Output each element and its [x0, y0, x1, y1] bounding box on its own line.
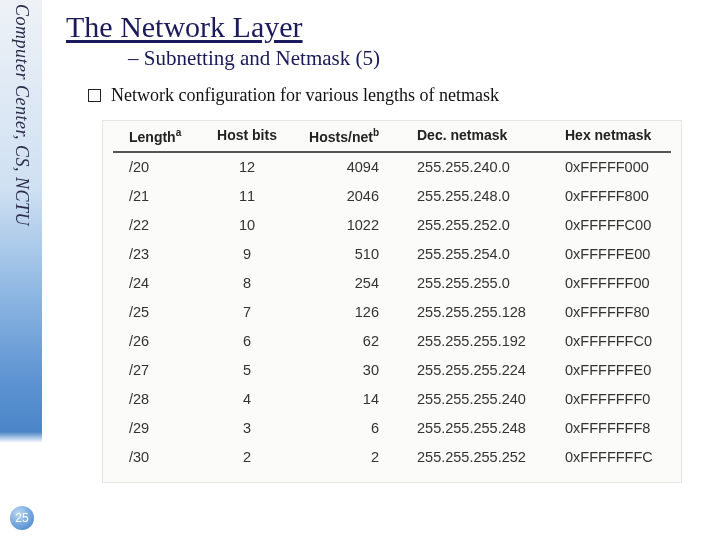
- cell-hosts-per-net: 2: [303, 449, 413, 465]
- cell-dec-netmask: 255.255.240.0: [413, 159, 563, 175]
- cell-hex-netmask: 0xFFFFFFC0: [563, 333, 693, 349]
- table-row: /239510255.255.254.00xFFFFFE00: [113, 240, 671, 269]
- table-row: /20124094255.255.240.00xFFFFF000: [113, 153, 671, 182]
- cell-hosts-per-net: 6: [303, 420, 413, 436]
- table-row: /2936255.255.255.2480xFFFFFFF8: [113, 414, 671, 443]
- cell-host-bits: 12: [209, 159, 303, 175]
- cell-dec-netmask: 255.255.254.0: [413, 246, 563, 262]
- table-header-row: Lengtha Host bits Hosts/netb Dec. netmas…: [113, 127, 671, 153]
- cell-dec-netmask: 255.255.255.192: [413, 333, 563, 349]
- cell-hex-netmask: 0xFFFFFFF0: [563, 391, 693, 407]
- col-header-length: Lengtha: [113, 127, 209, 145]
- cell-host-bits: 5: [209, 362, 303, 378]
- table-row: /257126255.255.255.1280xFFFFFF80: [113, 298, 671, 327]
- org-text: Computer Center, CS, NCTU: [11, 4, 32, 226]
- cell-hex-netmask: 0xFFFFF800: [563, 188, 693, 204]
- cell-length: /27: [113, 362, 209, 378]
- cell-hosts-per-net: 14: [303, 391, 413, 407]
- cell-dec-netmask: 255.255.255.224: [413, 362, 563, 378]
- netmask-table: Lengtha Host bits Hosts/netb Dec. netmas…: [102, 120, 682, 483]
- cell-dec-netmask: 255.255.255.240: [413, 391, 563, 407]
- cell-length: /22: [113, 217, 209, 233]
- cell-host-bits: 2: [209, 449, 303, 465]
- cell-hex-netmask: 0xFFFFFFE0: [563, 362, 693, 378]
- page-title: The Network Layer: [66, 10, 714, 44]
- bullet-square-icon: [88, 89, 101, 102]
- cell-hosts-per-net: 510: [303, 246, 413, 262]
- cell-host-bits: 10: [209, 217, 303, 233]
- cell-host-bits: 3: [209, 420, 303, 436]
- bullet-text: Network configuration for various length…: [111, 85, 499, 106]
- table-row: /26662255.255.255.1920xFFFFFFC0: [113, 327, 671, 356]
- cell-host-bits: 6: [209, 333, 303, 349]
- cell-dec-netmask: 255.255.255.0: [413, 275, 563, 291]
- cell-hex-netmask: 0xFFFFFFFC: [563, 449, 693, 465]
- table-row: /27530255.255.255.2240xFFFFFFE0: [113, 356, 671, 385]
- table-body: /20124094255.255.240.00xFFFFF000/2111204…: [113, 153, 671, 472]
- cell-length: /21: [113, 188, 209, 204]
- col-header-hosts-per-net: Hosts/netb: [303, 127, 413, 145]
- cell-hosts-per-net: 1022: [303, 217, 413, 233]
- cell-length: /25: [113, 304, 209, 320]
- cell-hex-netmask: 0xFFFFFF00: [563, 275, 693, 291]
- col-header-dec-netmask: Dec. netmask: [413, 127, 563, 145]
- cell-length: /20: [113, 159, 209, 175]
- cell-host-bits: 8: [209, 275, 303, 291]
- cell-hosts-per-net: 4094: [303, 159, 413, 175]
- cell-hex-netmask: 0xFFFFF000: [563, 159, 693, 175]
- slide-content: The Network Layer – Subnetting and Netma…: [58, 4, 714, 483]
- cell-dec-netmask: 255.255.255.128: [413, 304, 563, 320]
- page-number: 25: [15, 511, 28, 525]
- cell-hex-netmask: 0xFFFFFC00: [563, 217, 693, 233]
- table-row: /28414255.255.255.2400xFFFFFFF0: [113, 385, 671, 414]
- cell-length: /29: [113, 420, 209, 436]
- cell-length: /28: [113, 391, 209, 407]
- table-row: /248254255.255.255.00xFFFFFF00: [113, 269, 671, 298]
- cell-host-bits: 7: [209, 304, 303, 320]
- cell-hex-netmask: 0xFFFFFE00: [563, 246, 693, 262]
- cell-host-bits: 9: [209, 246, 303, 262]
- cell-host-bits: 11: [209, 188, 303, 204]
- cell-hosts-per-net: 62: [303, 333, 413, 349]
- cell-hosts-per-net: 126: [303, 304, 413, 320]
- cell-length: /26: [113, 333, 209, 349]
- cell-length: /24: [113, 275, 209, 291]
- table-row: /21112046255.255.248.00xFFFFF800: [113, 182, 671, 211]
- cell-dec-netmask: 255.255.248.0: [413, 188, 563, 204]
- page-number-badge: 25: [10, 506, 34, 530]
- bullet-item: Network configuration for various length…: [88, 85, 714, 106]
- cell-length: /30: [113, 449, 209, 465]
- table-row: /3022255.255.255.2520xFFFFFFFC: [113, 443, 671, 472]
- cell-hex-netmask: 0xFFFFFF80: [563, 304, 693, 320]
- cell-dec-netmask: 255.255.255.248: [413, 420, 563, 436]
- col-header-host-bits: Host bits: [209, 127, 303, 145]
- cell-hosts-per-net: 30: [303, 362, 413, 378]
- cell-hosts-per-net: 254: [303, 275, 413, 291]
- cell-dec-netmask: 255.255.252.0: [413, 217, 563, 233]
- table-row: /22101022255.255.252.00xFFFFFC00: [113, 211, 671, 240]
- cell-dec-netmask: 255.255.255.252: [413, 449, 563, 465]
- cell-hex-netmask: 0xFFFFFFF8: [563, 420, 693, 436]
- cell-length: /23: [113, 246, 209, 262]
- page-subtitle: – Subnetting and Netmask (5): [128, 46, 714, 71]
- col-header-hex-netmask: Hex netmask: [563, 127, 693, 145]
- cell-hosts-per-net: 2046: [303, 188, 413, 204]
- cell-host-bits: 4: [209, 391, 303, 407]
- sidebar-gradient: Computer Center, CS, NCTU: [0, 0, 42, 540]
